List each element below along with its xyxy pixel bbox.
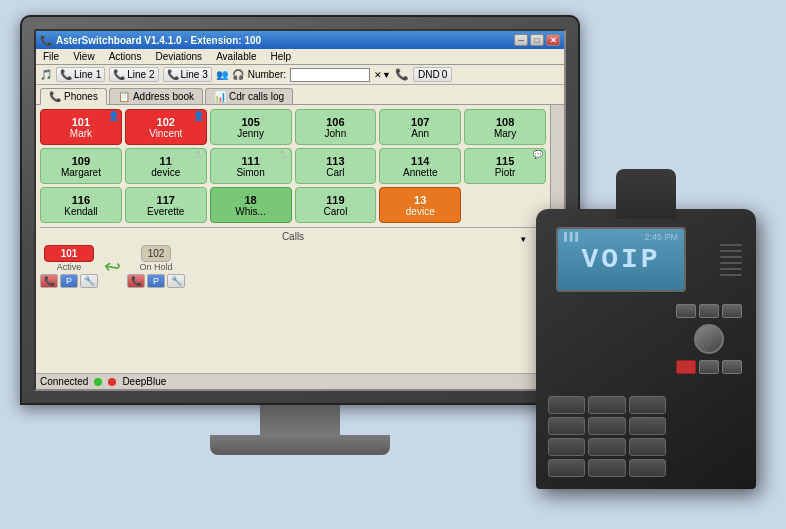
dnd-button[interactable]: DND 0 [413, 67, 452, 82]
tab-phones[interactable]: 📞 Phones [40, 88, 107, 105]
tab-address-book[interactable]: 📋 Address book [109, 88, 203, 104]
phone-cell-101[interactable]: 101 Mark 👤 [40, 109, 122, 145]
menu-help[interactable]: Help [268, 51, 295, 62]
menu-actions[interactable]: Actions [106, 51, 145, 62]
phone-num-106: 106 [326, 116, 344, 128]
phone-cell-11[interactable]: 11 device 🍴 [125, 148, 207, 184]
line1-button[interactable]: 📞 Line 1 [56, 67, 105, 82]
nav-btn-2[interactable] [699, 304, 719, 318]
hold-call-card[interactable]: 102 [141, 245, 172, 262]
menu-available[interactable]: Available [213, 51, 259, 62]
phone-cell-117[interactable]: 117 Everette [125, 187, 207, 223]
phone-screen: ▌▌▌ VOIP 2:45 PM [558, 229, 684, 290]
key-5[interactable] [588, 417, 625, 435]
key-6[interactable] [629, 417, 666, 435]
phone-tab-icon: 📞 [49, 91, 61, 102]
key-8[interactable] [588, 438, 625, 456]
line2-button[interactable]: 📞 Line 2 [109, 67, 158, 82]
phone-cell-115[interactable]: 115 Piotr 💬 [464, 148, 546, 184]
key-3[interactable] [629, 396, 666, 414]
address-book-icon: 📋 [118, 91, 130, 102]
phone-name-106: John [325, 128, 347, 139]
app-icon: 📞 [40, 35, 52, 46]
nav-btn-3[interactable] [722, 304, 742, 318]
menu-bar: File View Actions Deviations Available H… [36, 49, 564, 65]
phone-cell-114[interactable]: 114 Annette [379, 148, 461, 184]
phone-cell-116[interactable]: 116 Kendall [40, 187, 122, 223]
phone-line3-icon: 📞 [167, 69, 179, 80]
phone-cell-102[interactable]: 102 Vincent 👤 [125, 109, 207, 145]
phone-body: ▌▌▌ VOIP 2:45 PM [536, 209, 756, 489]
phone-num-109: 109 [72, 155, 90, 167]
menu-view[interactable]: View [70, 51, 98, 62]
phone-num-114: 114 [411, 155, 429, 167]
close-button[interactable]: ✕ [546, 34, 560, 46]
key-7[interactable] [548, 438, 585, 456]
calls-header: Calls [40, 231, 546, 242]
chat-icon-115: 💬 [533, 150, 543, 159]
phone-num-115: 115 [496, 155, 514, 167]
dnd-count: 0 [442, 69, 448, 80]
phone-cell-13[interactable]: 13 device [379, 187, 461, 223]
nav-circle[interactable] [694, 324, 724, 354]
number-input[interactable] [290, 68, 370, 82]
phone-num-111: 111 [241, 155, 259, 167]
device-icon-11: 🍴 [194, 150, 204, 159]
tabs-bar: 📞 Phones 📋 Address book 📊 Cdr calls log [36, 85, 564, 105]
key-2[interactable] [588, 396, 625, 414]
phone-name-18: Whis... [235, 206, 266, 217]
phone-cell-105[interactable]: 105 Jenny [210, 109, 292, 145]
title-bar: 📞 AsterSwitchboard V1.4.1.0 - Extension:… [36, 31, 564, 49]
nav-btn-1[interactable] [676, 304, 696, 318]
speaker-line-5 [720, 268, 742, 270]
nav-btn-5[interactable] [722, 360, 742, 374]
hold-record-button[interactable]: 🔧 [167, 274, 185, 288]
record-button[interactable]: 🔧 [80, 274, 98, 288]
connected-label: Connected [40, 376, 88, 387]
menu-deviations[interactable]: Deviations [152, 51, 205, 62]
number-clear-icon[interactable]: ✕▼ [374, 70, 391, 80]
tab-cdr-calls[interactable]: 📊 Cdr calls log [205, 88, 293, 104]
status-bar: Connected DeepBlue [36, 373, 564, 389]
phone-num-102: 102 [157, 116, 175, 128]
monitor-base [210, 435, 390, 455]
park-button[interactable]: P [60, 274, 78, 288]
hangup-button[interactable]: 📞 [40, 274, 58, 288]
nav-btn-4[interactable] [699, 360, 719, 374]
phone-name-117: Everette [147, 206, 184, 217]
key-1[interactable] [548, 396, 585, 414]
hold-hangup-button[interactable]: 📞 [127, 274, 145, 288]
minimize-button[interactable]: ─ [514, 34, 528, 46]
maximize-button[interactable]: □ [530, 34, 544, 46]
user-icon-102: 👤 [193, 111, 204, 121]
sidebar-scroll-down[interactable]: ▼ [519, 235, 527, 244]
voip-screen-text: VOIP [581, 244, 660, 275]
phone-cell-106[interactable]: 106 John [295, 109, 377, 145]
dnd-label: DND [418, 69, 440, 80]
phone-name-107: Ann [411, 128, 429, 139]
key-0[interactable] [588, 459, 625, 477]
phone-cell-113[interactable]: 113 Carl [295, 148, 377, 184]
phone-cell-109[interactable]: 109 Margaret [40, 148, 122, 184]
menu-file[interactable]: File [40, 51, 62, 62]
phone-cell-119[interactable]: 119 Carol [295, 187, 377, 223]
key-4[interactable] [548, 417, 585, 435]
end-call-button[interactable] [676, 360, 696, 374]
phone-cell-108[interactable]: 108 Mary [464, 109, 546, 145]
phone-cell-107[interactable]: 107 Ann [379, 109, 461, 145]
hold-call-num: 102 [148, 248, 165, 259]
key-9[interactable] [629, 438, 666, 456]
phone-cell-18[interactable]: 18 Whis... [210, 187, 292, 223]
calls-divider: Calls 101 Active 📞 [40, 227, 546, 288]
phone-num-107: 107 [411, 116, 429, 128]
monitor-screen: 📞 AsterSwitchboard V1.4.1.0 - Extension:… [34, 29, 566, 391]
nav-row-top [676, 304, 742, 318]
key-star[interactable] [548, 459, 585, 477]
hold-park-button[interactable]: P [147, 274, 165, 288]
active-call-card[interactable]: 101 [44, 245, 94, 262]
key-hash[interactable] [629, 459, 666, 477]
phone-cell-111[interactable]: 111 Simon 🍴 [210, 148, 292, 184]
line3-button[interactable]: 📞 Line 3 [163, 67, 212, 82]
speaker-line-3 [720, 256, 742, 258]
hold-call-container: 102 On Hold 📞 P 🔧 [127, 245, 185, 288]
